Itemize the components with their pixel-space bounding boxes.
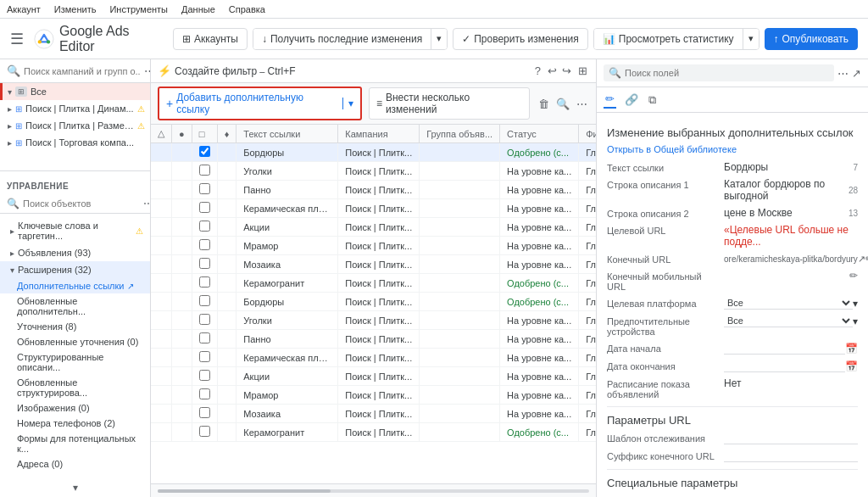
table-row[interactable]: Бордюры Поиск | Плитк... Одобрено (с... … bbox=[151, 293, 596, 311]
mgmt-sub-item-6[interactable]: Изображения (0) bbox=[0, 400, 150, 416]
table-row[interactable]: Керамическая плитка Поиск | Плитк... На … bbox=[151, 349, 596, 367]
table-row[interactable]: Акции Поиск | Плитк... На уровне ка... Г… bbox=[151, 218, 596, 237]
table-row[interactable]: Уголки Поиск | Плитк... На уровне ка... … bbox=[151, 311, 596, 330]
get-changes-button[interactable]: ↓ Получить последние изменения bbox=[253, 29, 431, 49]
cell-status: На уровне ка... bbox=[500, 162, 579, 181]
field-row-6: Целевая платформа Все ▾ bbox=[607, 297, 858, 310]
table-row[interactable]: Панно Поиск | Плитк... На уровне ка... Г… bbox=[151, 181, 596, 199]
cell-check bbox=[192, 274, 217, 293]
menu-item-инструменты[interactable]: Инструменты bbox=[109, 4, 168, 14]
menu-item-справка[interactable]: Справка bbox=[229, 4, 265, 14]
edit-multiple-button[interactable]: ≡ Внести несколько изменений bbox=[369, 87, 530, 120]
mgmt-item-0[interactable]: ▸ Ключевые слова и таргетин... ⚠ bbox=[0, 217, 150, 244]
mgmt-item-1[interactable]: ▸ Объявления (93) bbox=[0, 244, 150, 261]
menu-item-данные[interactable]: Данные bbox=[181, 4, 215, 14]
field-date-input-9[interactable] bbox=[724, 360, 845, 372]
mgmt-sub-item-1[interactable]: Обновленные дополнительн... bbox=[0, 293, 150, 319]
redo-icon[interactable]: ↪ bbox=[560, 63, 573, 79]
campaign-item-0[interactable]: ▸ ⊞ Поиск | Плитка | Динам... ⚠ bbox=[0, 100, 150, 117]
menu-item-изменить[interactable]: Изменить bbox=[54, 4, 97, 14]
tab-edit[interactable]: ✏ bbox=[604, 91, 616, 109]
campaign-item-2[interactable]: ▸ ⊞ Поиск | Торговая компа... bbox=[0, 134, 150, 151]
table-row[interactable]: Панно Поиск | Плитк... На уровне ка... Г… bbox=[151, 330, 596, 349]
more-actions-icon[interactable]: ⋯ bbox=[575, 96, 589, 112]
field-search-input[interactable] bbox=[625, 68, 829, 78]
col-feed[interactable]: Фид bbox=[579, 125, 596, 143]
columns-icon[interactable]: ⊞ bbox=[576, 63, 589, 79]
campaign-item-1[interactable]: ▸ ⊞ Поиск | Плитка | Размер... ⚠ bbox=[0, 117, 150, 134]
view-stats-button[interactable]: 📊 Просмотреть статистику bbox=[594, 29, 743, 49]
calendar-icon[interactable]: 📅 bbox=[845, 343, 858, 355]
table-row[interactable]: Мозаика Поиск | Плитк... На уровне ка...… bbox=[151, 255, 596, 274]
mgmt-sub-item-4[interactable]: Структурированные описани... bbox=[0, 349, 150, 375]
undo-icon[interactable]: ↩ bbox=[546, 63, 559, 79]
external-link-icon[interactable]: ↗ bbox=[858, 254, 865, 265]
right-more-icon[interactable]: ⋯ bbox=[837, 67, 849, 80]
col-type[interactable]: ♦ bbox=[217, 125, 236, 143]
hamburger-icon[interactable]: ☰ bbox=[10, 30, 24, 48]
col-status[interactable]: Статус bbox=[500, 125, 579, 143]
col-err[interactable]: ● bbox=[172, 125, 192, 143]
table-scroll-bar[interactable] bbox=[151, 483, 596, 497]
mgmt-sub-item-8[interactable]: Формы для потенциальных к... bbox=[0, 431, 150, 456]
url-param-input-0[interactable] bbox=[724, 432, 858, 444]
col-group[interactable]: Группа объяв... bbox=[420, 125, 500, 143]
add-dropdown-arrow[interactable]: ▾ bbox=[342, 98, 353, 109]
url-param-input-1[interactable] bbox=[724, 450, 858, 462]
mgmt-item-2[interactable]: ▾ Расширения (32) bbox=[0, 261, 150, 278]
field-date-input-8[interactable] bbox=[724, 342, 845, 355]
help-icon[interactable]: ? bbox=[533, 63, 542, 79]
tab-copy[interactable]: ⧉ bbox=[647, 92, 658, 109]
cell-text: Мрамор bbox=[236, 237, 338, 255]
mgmt-sub-item-2[interactable]: Уточнения (8) bbox=[0, 319, 150, 334]
view-stats-dropdown[interactable]: ▾ bbox=[743, 29, 759, 49]
accounts-button[interactable]: ⊞ Аккаунты bbox=[173, 28, 248, 50]
mgmt-more-icon[interactable]: ⋯ bbox=[143, 198, 151, 209]
cell-campaign: Поиск | Плитк... bbox=[338, 199, 420, 218]
field-edit-icon[interactable]: ✏ bbox=[849, 270, 858, 282]
mgmt-sub-item-3[interactable]: Обновленные уточнения (0) bbox=[0, 334, 150, 349]
library-link[interactable]: Открыть в Общей библиотеке bbox=[607, 144, 858, 154]
table-row[interactable]: Мозаика Поиск | Плитк... На уровне ка...… bbox=[151, 405, 596, 423]
right-open-icon[interactable]: ↗ bbox=[852, 67, 861, 80]
table-row[interactable]: Уголки Поиск | Плитк... На уровне ка... … bbox=[151, 162, 596, 181]
mgmt-sub-item-7[interactable]: Номера телефонов (2) bbox=[0, 416, 150, 431]
mgmt-sub-item-0[interactable]: Дополнительные ссылки ↗ bbox=[0, 278, 150, 293]
delete-icon[interactable]: 🗑 bbox=[537, 96, 551, 112]
mgmt-warn-icon: ⚠ bbox=[136, 226, 143, 236]
col-warn[interactable]: △ bbox=[151, 125, 172, 143]
table-row[interactable]: Керамическая плитка Поиск | Плитк... На … bbox=[151, 199, 596, 218]
tab-link[interactable]: 🔗 bbox=[623, 92, 640, 108]
field-select-7[interactable]: Все bbox=[724, 315, 853, 327]
main-layout: 🔍 ⋯ ▾ ⊞ Все ▸ ⊞ Поиск | Плитка | Динам..… bbox=[0, 59, 868, 497]
publish-button[interactable]: ↑ Опубликовать bbox=[765, 28, 858, 50]
table-row[interactable]: Керамогранит Поиск | Плитк... Одобрено (… bbox=[151, 423, 596, 442]
table-row[interactable]: Мрамор Поиск | Плитк... На уровне ка... … bbox=[151, 386, 596, 405]
cell-err bbox=[172, 143, 192, 162]
field-row-5: Конечный мобильный URL ✏ bbox=[607, 270, 858, 292]
field-select-6[interactable]: Все bbox=[724, 297, 853, 310]
col-check[interactable]: □ bbox=[192, 125, 217, 143]
mgmt-sub-item-9[interactable]: Адреса (0) bbox=[0, 456, 150, 472]
menu-item-аккаунт[interactable]: Аккаунт bbox=[7, 4, 41, 14]
table-row[interactable]: Бордюры Поиск | Плитк... Одобрено (с... … bbox=[151, 143, 596, 162]
table-row[interactable]: Мрамор Поиск | Плитк... На уровне ка... … bbox=[151, 237, 596, 255]
right-search-icon: 🔍 bbox=[609, 67, 621, 79]
campaign-label: Поиск | Торговая компа... bbox=[25, 137, 145, 148]
col-campaign[interactable]: Кампания bbox=[338, 125, 420, 143]
search-table-icon[interactable]: 🔍 bbox=[554, 96, 571, 112]
field-label: Целевая платформа bbox=[607, 297, 717, 309]
filter-label[interactable]: Создайте фильтр – Ctrl+F bbox=[175, 65, 530, 77]
add-sitelink-button[interactable]: + Добавить дополнительную ссылку ▾ bbox=[158, 87, 362, 120]
campaign-search-input[interactable] bbox=[24, 66, 141, 76]
more-icon[interactable]: ⋯ bbox=[144, 64, 151, 77]
get-changes-dropdown[interactable]: ▾ bbox=[431, 29, 447, 49]
col-text[interactable]: Текст ссылки bbox=[236, 125, 338, 143]
check-changes-button[interactable]: ✓ Проверить изменения bbox=[453, 28, 588, 50]
table-row[interactable]: Акции Поиск | Плитк... На уровне ка... Г… bbox=[151, 367, 596, 386]
management-search-input[interactable] bbox=[23, 198, 140, 209]
mgmt-sub-item-5[interactable]: Обновленные структурирова... bbox=[0, 375, 150, 400]
table-row[interactable]: Керамогранит Поиск | Плитк... Одобрено (… bbox=[151, 274, 596, 293]
all-campaigns-item[interactable]: ▾ ⊞ Все bbox=[0, 83, 150, 100]
calendar-icon[interactable]: 📅 bbox=[845, 360, 858, 372]
